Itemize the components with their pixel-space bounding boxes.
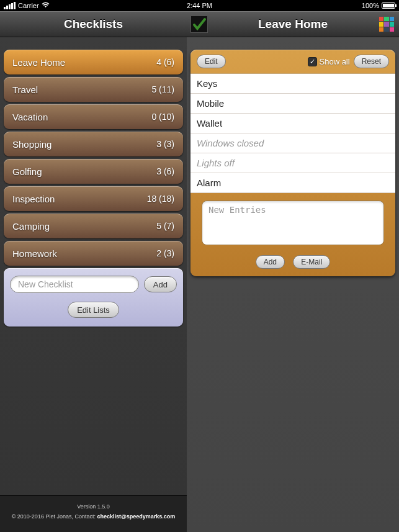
- checklist-row-count: 5 (7): [156, 221, 174, 231]
- checklist-row-leave-home[interactable]: Leave Home4 (6): [4, 50, 183, 74]
- contact-email[interactable]: checklist@speedymarks.com: [97, 513, 175, 520]
- checklist-row-inspection[interactable]: Inspection18 (18): [4, 186, 183, 211]
- palette-cell: [384, 27, 388, 32]
- checklists-pane: Checklists Leave Home4 (6)Travel5 (11)Va…: [0, 11, 187, 532]
- signal-icon: [4, 2, 16, 9]
- detail-panel: Edit ✓ Show all Reset KeysMobileWalletWi…: [191, 50, 395, 276]
- item-row-lights-off[interactable]: Lights off: [191, 153, 395, 173]
- checklist-row-count: 0 (10): [151, 112, 174, 122]
- carrier-label: Carrier: [18, 2, 39, 9]
- checklist-row-label: Homework: [12, 248, 156, 259]
- palette-cell: [390, 17, 394, 21]
- item-row-keys[interactable]: Keys: [191, 74, 395, 94]
- reset-button[interactable]: Reset: [354, 55, 389, 68]
- detail-title: Leave Home: [258, 17, 328, 31]
- show-all-label: Show all: [320, 57, 350, 66]
- detail-header: Leave Home: [187, 11, 399, 37]
- new-entries-input[interactable]: [202, 201, 384, 245]
- palette-cell: [384, 17, 388, 21]
- battery-icon: [382, 2, 395, 9]
- checklists-header: Checklists: [0, 11, 187, 37]
- checklist-row-homework[interactable]: Homework2 (3): [4, 241, 183, 266]
- checklist-row-label: Leave Home: [12, 57, 156, 68]
- detail-pane: Leave Home Edit ✓ Show all Reset KeysMob…: [187, 11, 399, 532]
- checklist-row-label: Travel: [12, 84, 151, 95]
- email-button[interactable]: E-Mail: [293, 255, 330, 269]
- checklist-row-count: 3 (6): [156, 166, 174, 176]
- clock: 2:44 PM: [187, 2, 212, 9]
- checklist-row-label: Camping: [12, 221, 156, 232]
- checklist-row-count: 5 (11): [151, 84, 174, 94]
- checklist-row-vacation[interactable]: Vacation0 (10): [4, 104, 183, 129]
- palette-cell: [384, 22, 388, 26]
- app-icon: [191, 16, 208, 33]
- checklist-row-golfing[interactable]: Golfing3 (6): [4, 159, 183, 184]
- show-all-toggle[interactable]: ✓ Show all: [308, 57, 350, 66]
- checklist-row-label: Shopping: [12, 139, 156, 150]
- item-row-windows-closed[interactable]: Windows closed: [191, 133, 395, 153]
- footer: Version 1.5.0 © 2010-2016 Piet Jonas, Co…: [0, 495, 187, 532]
- edit-button[interactable]: Edit: [197, 55, 226, 68]
- checklist-row-count: 2 (3): [156, 248, 174, 258]
- add-entry-button[interactable]: Add: [256, 255, 285, 269]
- checklists-title: Checklists: [64, 17, 123, 31]
- palette-cell: [379, 17, 383, 21]
- palette-icon[interactable]: [379, 17, 394, 32]
- add-checklist-button[interactable]: Add: [144, 276, 177, 292]
- checklist-row-shopping[interactable]: Shopping3 (3): [4, 132, 183, 156]
- checklist-row-count: 4 (6): [156, 57, 174, 67]
- copyright-label: © 2010-2016 Piet Jonas, Contact:: [12, 513, 97, 520]
- status-bar: Carrier 2:44 PM 100%: [0, 0, 399, 11]
- palette-cell: [379, 27, 383, 32]
- checklist-row-label: Golfing: [12, 166, 156, 177]
- checklist-row-camping[interactable]: Camping5 (7): [4, 214, 183, 238]
- item-list: KeysMobileWalletWindows closedLights off…: [191, 73, 395, 193]
- palette-cell: [379, 22, 383, 26]
- checkmark-icon: ✓: [308, 57, 317, 66]
- new-checklist-panel: Add Edit Lists: [4, 268, 183, 327]
- wifi-icon: [42, 2, 50, 9]
- checklist-row-label: Inspection: [12, 194, 147, 204]
- checklist-row-count: 18 (18): [147, 194, 174, 204]
- palette-cell: [390, 22, 394, 26]
- version-label: Version 1.5.0: [5, 503, 182, 510]
- palette-cell: [390, 27, 394, 32]
- item-row-mobile[interactable]: Mobile: [191, 94, 395, 114]
- checklist-row-label: Vacation: [12, 112, 151, 122]
- checklist-row-count: 3 (3): [156, 139, 174, 149]
- battery-pct: 100%: [362, 2, 379, 9]
- item-row-wallet[interactable]: Wallet: [191, 114, 395, 133]
- edit-lists-button[interactable]: Edit Lists: [68, 302, 119, 318]
- checklist-row-travel[interactable]: Travel5 (11): [4, 77, 183, 102]
- item-row-alarm[interactable]: Alarm: [191, 173, 395, 193]
- new-checklist-input[interactable]: [10, 276, 139, 293]
